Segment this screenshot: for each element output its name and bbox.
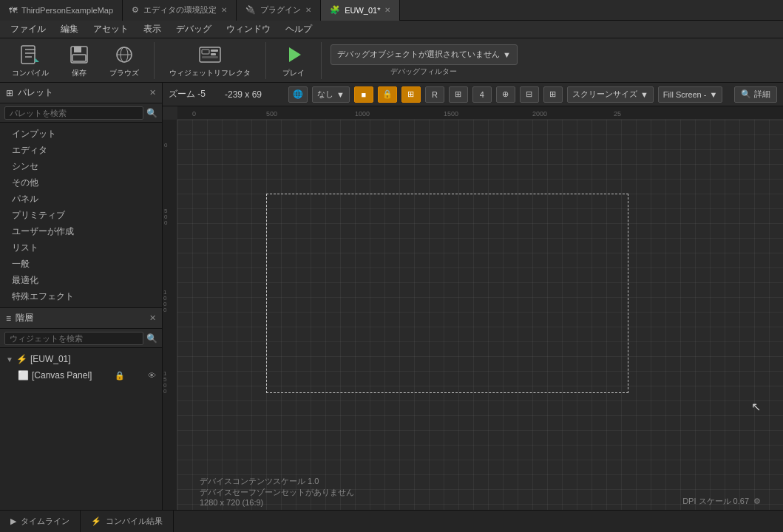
canvas-area: ズーム -5 -239 x 69 🌐 なし ▼ ■ 🔒 ⊞ R ⊞ 4 ⊕ ⊟ … <box>163 83 783 510</box>
browse-button[interactable]: ブラウズ <box>104 40 145 81</box>
menu-edit[interactable]: 編集 <box>53 21 86 38</box>
canvas-eye-icon[interactable]: 👁 <box>148 371 156 380</box>
t1-tool-btn[interactable]: ⊟ <box>520 86 539 103</box>
globe-tool-btn[interactable]: 🌐 <box>288 86 308 103</box>
hierarchy-item-euw01[interactable]: ▼ ⚡ [EUW_01] <box>0 351 162 367</box>
hierarchy-item-canvas[interactable]: ⬜ [Canvas Panel] 🔒 👁 <box>0 367 162 383</box>
ruler-tick-0: 0 <box>192 110 196 117</box>
tab-euw01-label: EUW_01* <box>345 6 380 15</box>
palette-item-special[interactable]: 特殊エフェクト <box>0 288 162 304</box>
detail-button[interactable]: 🔍 詳細 <box>734 86 777 103</box>
main-layout: ⊞ パレット ✕ 🔍 インプット エディタ シンセ その他 パネル プリミティブ… <box>0 83 783 510</box>
tab-plugin[interactable]: 🔌 プラグイン ✕ <box>237 0 321 21</box>
palette-item-input[interactable]: インプット <box>0 126 162 142</box>
browse-icon <box>112 43 136 66</box>
ruler-tick-1000: 1000 <box>355 110 370 117</box>
palette-item-other[interactable]: その他 <box>0 174 162 191</box>
grid-tool-btn[interactable]: ⊞ <box>401 86 421 103</box>
canvas-toolbar: ズーム -5 -239 x 69 🌐 なし ▼ ■ 🔒 ⊞ R ⊞ 4 ⊕ ⊟ … <box>163 83 783 106</box>
close-hierarchy-icon[interactable]: ✕ <box>149 313 156 323</box>
palette-item-list[interactable]: リスト <box>0 239 162 256</box>
tab-timeline[interactable]: ▶ タイムライン <box>0 511 81 533</box>
ruler-tick-2000: 2000 <box>532 110 547 117</box>
toolbar-separator-1 <box>154 42 155 79</box>
palette-icon: ⊞ <box>6 88 13 98</box>
svg-rect-10 <box>211 50 218 52</box>
screen-size-btn[interactable]: スクリーンサイズ ▼ <box>567 86 654 103</box>
menu-help[interactable]: ヘルプ <box>278 21 319 38</box>
square-tool-btn[interactable]: ■ <box>354 86 373 103</box>
hierarchy-search-bar: 🔍 <box>0 329 162 348</box>
none-dropdown-icon: ▼ <box>336 90 345 99</box>
debug-filter-button[interactable]: デバッグオブジェクトが選択されていません ▼ <box>331 44 518 65</box>
dpi-label: DPI スケール 0.67 <box>682 496 749 507</box>
4-tool-btn[interactable]: 4 <box>472 86 492 103</box>
svg-rect-0 <box>21 46 35 64</box>
menu-file[interactable]: ファイル <box>3 21 53 38</box>
play-icon <box>282 43 305 66</box>
widget-file-icon: ⚡ <box>16 354 27 364</box>
fill-screen-btn[interactable]: Fill Screen - ▼ <box>658 86 723 103</box>
tab-settings-label: エディタの環境設定 <box>143 4 217 16</box>
grid-canvas[interactable]: ↖ デバイスコンテンツスケール 1.0 デバイスセーフゾーンセットがありません … <box>177 120 783 510</box>
hierarchy-icon: ≡ <box>6 313 11 324</box>
tab-euw01[interactable]: 🧩 EUW_01* ✕ <box>321 0 400 21</box>
palette-item-synth[interactable]: シンセ <box>0 158 162 174</box>
fill-screen-dropdown-icon: ▼ <box>709 90 717 99</box>
dropdown-arrow-icon: ▼ <box>503 50 511 59</box>
t2-tool-btn[interactable]: ⊞ <box>543 86 563 103</box>
ruler-left: 0 5 0 0 1 0 0 0 1 5 0 0 <box>163 120 177 510</box>
tab-map[interactable]: 🗺 ThirdPersonExampleMap <box>0 0 123 21</box>
palette-header: ⊞ パレット ✕ <box>0 83 162 103</box>
none-tool-btn[interactable]: なし ▼ <box>312 86 350 103</box>
hierarchy-items: ▼ ⚡ [EUW_01] ⬜ [Canvas Panel] 🔒 👁 <box>0 348 162 510</box>
debug-filter-label: デバッグフィルター <box>390 66 457 77</box>
save-button[interactable]: 保存 <box>61 40 98 81</box>
palette-item-user[interactable]: ユーザーが作成 <box>0 223 162 239</box>
hierarchy-header: ≡ 階層 ✕ <box>0 308 162 329</box>
title-bar: 🗺 ThirdPersonExampleMap ⚙ エディタの環境設定 ✕ 🔌 … <box>0 0 783 21</box>
tab-map-label: ThirdPersonExampleMap <box>21 6 113 15</box>
hierarchy-search-input[interactable] <box>4 332 143 345</box>
close-euw01-icon[interactable]: ✕ <box>384 6 390 14</box>
device-content-scale-label: デバイスコンテンツスケール 1.0 <box>200 476 776 487</box>
lock-tool-btn[interactable]: 🔒 <box>378 86 397 103</box>
menu-window[interactable]: ウィンドウ <box>219 21 278 38</box>
screen-size-label: スクリーンサイズ <box>572 89 637 100</box>
palette-search-input[interactable] <box>4 106 143 120</box>
play-label: プレイ <box>282 68 305 78</box>
detail-label: 詳細 <box>754 89 770 100</box>
r-tool-btn[interactable]: R <box>425 86 444 103</box>
ruler-left-1000: 1 0 0 0 <box>163 290 166 313</box>
play-button[interactable]: プレイ <box>275 40 312 81</box>
widget-reflector-button[interactable]: ウィジェットリフレクタ <box>163 40 257 81</box>
detail-icon: 🔍 <box>741 89 751 99</box>
expand-tool-btn[interactable]: ⊕ <box>496 86 515 103</box>
tab-compile-result[interactable]: ⚡ コンパイル結果 <box>81 511 174 533</box>
compile-icon <box>18 43 42 66</box>
compile-result-icon: ⚡ <box>91 516 101 526</box>
palette-item-optimize[interactable]: 最適化 <box>0 272 162 288</box>
hierarchy-euw01-label: [EUW_01] <box>30 354 71 364</box>
menu-asset[interactable]: アセット <box>86 21 136 38</box>
canvas-lock-icon[interactable]: 🔒 <box>115 371 125 381</box>
compile-button[interactable]: コンパイル <box>6 40 55 81</box>
svg-rect-3 <box>74 47 81 52</box>
palette-item-editor[interactable]: エディタ <box>0 142 162 158</box>
palette-item-general[interactable]: 一般 <box>0 256 162 272</box>
settings-icon: ⚙ <box>132 5 139 15</box>
canvas-viewport[interactable]: 0 500 1000 1500 2000 25 0 5 0 0 1 0 0 0 … <box>163 106 783 510</box>
save-label: 保存 <box>72 68 87 78</box>
dpi-settings-icon[interactable]: ⚙ <box>753 497 761 506</box>
close-plugin-icon[interactable]: ✕ <box>305 6 311 14</box>
close-settings-icon[interactable]: ✕ <box>221 6 227 14</box>
tab-editor-settings[interactable]: ⚙ エディタの環境設定 ✕ <box>123 0 237 21</box>
menu-view[interactable]: 表示 <box>136 21 169 38</box>
ruler-tick-1500: 1500 <box>444 110 458 117</box>
menu-debug[interactable]: デバッグ <box>169 21 219 38</box>
palette-item-primitives[interactable]: プリミティブ <box>0 207 162 223</box>
palette-item-panel[interactable]: パネル <box>0 191 162 207</box>
close-palette-icon[interactable]: ✕ <box>149 88 156 98</box>
toolbar-separator-3 <box>321 42 322 79</box>
grid2-tool-btn[interactable]: ⊞ <box>449 86 468 103</box>
